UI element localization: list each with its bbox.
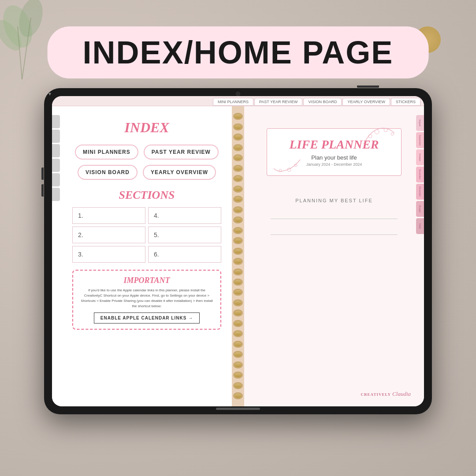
svg-point-8: [391, 133, 394, 135]
ipad-screen: ▾ MINI PLANNERS PAST YEAR REVIEW VISION …: [52, 96, 424, 406]
floral-top-decoration: [361, 126, 397, 152]
tab-mini-planners[interactable]: MINI PLANNERS: [213, 98, 253, 106]
spiral-ring: [233, 372, 243, 379]
nav-tabs-bar: ▾ MINI PLANNERS PAST YEAR REVIEW VISION …: [52, 96, 424, 106]
right-tab-december[interactable]: December: [416, 184, 424, 200]
section-5[interactable]: 5.: [148, 227, 221, 243]
left-tab-4[interactable]: [52, 159, 60, 172]
left-page: INDEX MINI PLANNERS PAST YEAR REVIEW VIS…: [52, 106, 232, 406]
spiral-ring: [233, 330, 243, 337]
spiral-ring: [233, 113, 243, 120]
section-4[interactable]: 4.: [148, 207, 221, 224]
tab-vision-board[interactable]: VISION BOARD: [303, 98, 342, 106]
enable-calendar-button[interactable]: ENABLE APPLE CALENDAR LINKS →: [94, 312, 200, 324]
tab-past-year-review[interactable]: PAST YEAR REVIEW: [254, 98, 303, 106]
ipad-device: ▾ MINI PLANNERS PAST YEAR REVIEW VISION …: [44, 88, 432, 414]
power-button[interactable]: [357, 86, 379, 88]
left-tab-5[interactable]: [52, 173, 60, 186]
spiral-ring: [233, 123, 243, 130]
spiral-ring: [233, 309, 243, 316]
spiral-ring: [233, 227, 243, 234]
section-2[interactable]: 2.: [72, 227, 145, 243]
spiral-ring: [233, 196, 243, 203]
spiral-ring: [233, 248, 243, 255]
left-tab-3[interactable]: [52, 144, 60, 157]
spiral-ring: [233, 341, 243, 348]
planner-lines: [271, 210, 398, 242]
left-tab-1[interactable]: [52, 115, 60, 128]
right-tab-october[interactable]: October: [416, 149, 424, 165]
spiral-ring: [233, 216, 243, 223]
page-title: INDEX/HOME PAGE: [83, 34, 394, 71]
right-tab-september[interactable]: September: [416, 132, 424, 148]
index-buttons: MINI PLANNERS PAST YEAR REVIEW VISION BO…: [72, 145, 221, 180]
tab-stickers[interactable]: STICKERS: [391, 98, 420, 106]
important-box: IMPORTANT If you'd like to use the Apple…: [72, 270, 221, 330]
index-row-2: VISION BOARD YEARLY OVERVIEW: [72, 165, 221, 180]
right-tabs: August September October November Decemb…: [416, 115, 424, 234]
spiral-ring: [233, 154, 243, 161]
spiral-ring: [233, 299, 243, 306]
section-6[interactable]: 6.: [148, 246, 221, 263]
spiral-ring: [233, 279, 243, 286]
yearly-overview-button[interactable]: YEARLY OVERVIEW: [143, 165, 216, 180]
section-1[interactable]: 1.: [72, 207, 145, 224]
planner-line-2[interactable]: [271, 226, 398, 235]
spiral-ring: [233, 351, 243, 358]
sections-title: SECTIONS: [119, 189, 175, 202]
spiral-ring: [233, 237, 243, 244]
spiral-ring: [233, 392, 243, 399]
svg-point-5: [368, 134, 372, 138]
sections-grid: 1. 4. 2. 5. 3.: [72, 207, 221, 263]
vol-up-button[interactable]: [41, 167, 44, 180]
right-tab-november[interactable]: November: [416, 167, 424, 182]
index-row-1: MINI PLANNERS PAST YEAR REVIEW: [72, 145, 221, 160]
index-title: INDEX: [124, 119, 169, 136]
spiral-ring: [233, 320, 243, 327]
section-3[interactable]: 3.: [72, 246, 145, 263]
brand-logo: CREATIVELY Claudia: [361, 390, 411, 398]
tab-yearly-overview[interactable]: YEARLY OVERVIEW: [342, 98, 390, 106]
spiral-ring: [233, 361, 243, 368]
spiral-ring: [233, 268, 243, 275]
svg-point-7: [384, 128, 387, 132]
spiral-ring: [233, 289, 243, 296]
important-title: IMPORTANT: [80, 276, 213, 285]
home-bar[interactable]: [216, 408, 260, 410]
floral-bottom-decoration: [271, 157, 302, 178]
left-tab-2[interactable]: [52, 130, 60, 143]
mini-planners-button[interactable]: MINI PLANNERS: [75, 145, 138, 160]
spiral-ring: [233, 134, 243, 141]
planner-line-1[interactable]: [271, 210, 398, 219]
spiral-ring: [233, 186, 243, 193]
spiral-ring: [233, 144, 243, 151]
past-year-review-button[interactable]: PAST YEAR REVIEW: [144, 145, 219, 160]
right-tab-habit[interactable]: Habit: [416, 218, 424, 234]
main-content: INDEX MINI PLANNERS PAST YEAR REVIEW VIS…: [52, 106, 424, 406]
right-tab-august[interactable]: August: [416, 115, 424, 131]
svg-point-6: [375, 130, 379, 134]
spiral-binding: [232, 106, 244, 406]
right-tab-budget[interactable]: Budget: [416, 201, 424, 217]
spiral-ring: [233, 258, 243, 265]
plant-decoration: [0, 0, 53, 79]
title-banner: INDEX/HOME PAGE: [48, 26, 429, 78]
right-page: August September October November Decemb…: [244, 106, 424, 406]
left-tab-6[interactable]: [52, 188, 60, 201]
spiral-ring: [233, 175, 243, 182]
spiral-ring: [233, 206, 243, 213]
planner-card: LIFE PLANNER Plan your best life January…: [267, 128, 402, 176]
spiral-ring: [233, 382, 243, 389]
planning-label: PLANNING MY BEST LIFE: [295, 198, 372, 203]
vol-down-button[interactable]: [41, 184, 44, 197]
left-tabs: [52, 115, 60, 201]
volume-buttons: [41, 167, 44, 197]
ipad-camera: [236, 92, 240, 96]
vision-board-button[interactable]: VISION BOARD: [78, 165, 138, 180]
important-text: If you'd like to use the Apple calendar …: [80, 288, 213, 309]
spiral-ring: [233, 165, 243, 172]
